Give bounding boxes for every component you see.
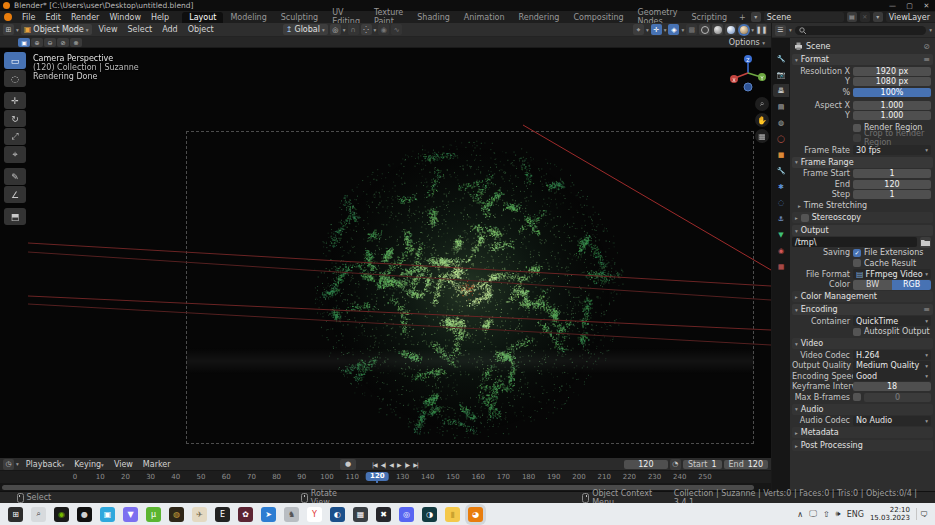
format-presets-icon[interactable]: ≡ bbox=[923, 55, 930, 64]
aspect-x-field[interactable]: 1.000 bbox=[853, 101, 931, 110]
taskbar-app-media-player[interactable]: ● bbox=[77, 507, 92, 522]
tool-transform[interactable]: ⌖ bbox=[4, 146, 26, 163]
folder-icon[interactable] bbox=[920, 237, 931, 248]
menu-render[interactable]: Render bbox=[66, 13, 104, 22]
3d-viewport[interactable]: ▭◌✛↻⤢⌖✎∠⬒ Camera Perspective (120) Colle… bbox=[0, 48, 771, 458]
properties-tab-output[interactable]: 🖶 bbox=[773, 84, 789, 97]
jump-to-start-button[interactable]: |◀ bbox=[370, 461, 379, 468]
resolution-x-field[interactable]: 1920 px bbox=[853, 67, 931, 76]
orientation-dropdown[interactable]: ↥ Global ▾ bbox=[283, 24, 328, 35]
encoding-speed-dropdown[interactable]: Good▾ bbox=[853, 371, 931, 381]
taskbar-app-paper-plane[interactable]: ✈ bbox=[192, 507, 207, 522]
tool-measure[interactable]: ∠ bbox=[4, 186, 26, 203]
snap-magnet-icon[interactable]: ∩ bbox=[348, 24, 359, 35]
taskbar-app-x-app[interactable]: ✖ bbox=[376, 507, 391, 522]
max-bframes-field[interactable]: 0 bbox=[864, 393, 931, 402]
section-color-management[interactable]: ▸Color Management bbox=[792, 291, 933, 302]
next-keyframe-button[interactable]: |▶ bbox=[403, 461, 412, 468]
taskbar-app-search[interactable]: ⌕ bbox=[31, 507, 46, 522]
minimize-button[interactable]: — bbox=[884, 2, 901, 10]
taskbar-app-nvidia[interactable]: ◉ bbox=[54, 507, 69, 522]
scene-browse-icon[interactable]: ▾ bbox=[751, 12, 761, 22]
tray-display-icon[interactable]: 🖵 bbox=[809, 509, 817, 519]
viewport-menu-view[interactable]: View bbox=[94, 25, 123, 34]
mode-dropdown[interactable]: ▣ Object Mode ▾ bbox=[21, 24, 92, 35]
workspace-tab-layout[interactable]: Layout bbox=[182, 12, 223, 23]
cache-result-checkbox[interactable] bbox=[853, 259, 861, 267]
properties-tab-modifiers[interactable]: 🔧 bbox=[773, 164, 789, 177]
viewport-menu-select[interactable]: Select bbox=[122, 25, 157, 34]
falloff-icon[interactable]: ∿ bbox=[391, 24, 402, 35]
section-metadata[interactable]: ▸Metadata bbox=[792, 427, 933, 438]
navigation-gizmo[interactable]: Z X Y bbox=[728, 54, 768, 94]
prev-keyframe-button[interactable]: ◀| bbox=[379, 461, 388, 468]
properties-filter-caret[interactable]: ▾ bbox=[929, 27, 932, 33]
color-bw-button[interactable]: BW bbox=[853, 280, 892, 290]
select-mode-new-icon[interactable]: ▣ bbox=[18, 38, 30, 47]
taskbar-app-steam-gray[interactable]: ♞ bbox=[284, 507, 299, 522]
properties-tab-material[interactable]: ◉ bbox=[773, 244, 789, 257]
workspace-tab-scripting[interactable]: Scripting bbox=[684, 12, 734, 23]
tray-clock[interactable]: 22:10 15.03.2023 bbox=[870, 506, 910, 522]
properties-editor-icon[interactable]: ☰ bbox=[775, 25, 786, 36]
new-scene-button[interactable]: ▤ bbox=[847, 12, 857, 22]
play-reverse-button[interactable]: ◀ bbox=[387, 461, 395, 468]
taskbar-app-telegram[interactable]: ➤ bbox=[261, 507, 276, 522]
taskbar-app-utorrent[interactable]: µ bbox=[146, 507, 161, 522]
camera-view-icon[interactable]: ▦ bbox=[755, 129, 769, 143]
menu-help[interactable]: Help bbox=[146, 13, 174, 22]
snap-target-icon[interactable]: ⁛ bbox=[361, 24, 372, 35]
timeline-ruler[interactable]: 0102030405060708090100110130140150160170… bbox=[0, 471, 771, 483]
container-dropdown[interactable]: QuickTime▾ bbox=[853, 316, 931, 326]
tool-add-cube[interactable]: ⬒ bbox=[4, 208, 26, 225]
zoom-icon[interactable]: ⌕ bbox=[755, 97, 769, 111]
options-dropdown[interactable]: Options ▾ bbox=[729, 38, 771, 47]
taskbar-app-yandex[interactable]: Y bbox=[307, 507, 322, 522]
frame-end-field[interactable]: 120 bbox=[853, 180, 931, 189]
section-post-processing[interactable]: ▸Post Processing bbox=[792, 440, 933, 451]
keyframe-interval-field[interactable]: 18 bbox=[853, 382, 931, 391]
frame-step-field[interactable]: 1 bbox=[853, 190, 931, 199]
pivot-point-icon[interactable]: ◎ bbox=[330, 24, 341, 35]
tool-scale[interactable]: ⤢ bbox=[4, 128, 26, 145]
timeline-editor-icon[interactable]: ◷ bbox=[3, 459, 14, 470]
section-stereoscopy[interactable]: ▸Stereoscopy bbox=[792, 212, 933, 223]
properties-search-input[interactable] bbox=[795, 26, 926, 35]
tray-volume-icon[interactable]: 🕪 bbox=[836, 509, 841, 519]
tray-language[interactable]: ENG bbox=[847, 510, 864, 519]
properties-tab-physics[interactable]: ◌ bbox=[773, 196, 789, 209]
select-mode-intersect-icon[interactable]: ⊗ bbox=[70, 38, 82, 47]
viewport-menu-add[interactable]: Add bbox=[157, 25, 183, 34]
timeline-menu-marker[interactable]: Marker bbox=[138, 460, 176, 469]
menu-file[interactable]: File bbox=[17, 13, 40, 22]
frame-start-field-timeline[interactable]: Start1 bbox=[683, 460, 722, 469]
taskbar-app-discord[interactable]: ◎ bbox=[399, 507, 414, 522]
autosplit-checkbox[interactable] bbox=[853, 328, 861, 336]
output-quality-dropdown[interactable]: Medium Quality▾ bbox=[853, 361, 931, 371]
taskbar-app-drive[interactable]: ▼ bbox=[123, 507, 138, 522]
scene-selector[interactable]: Scene bbox=[764, 12, 844, 22]
taskbar-app-blender[interactable]: ◕ bbox=[468, 507, 483, 522]
workspace-tab-rendering[interactable]: Rendering bbox=[512, 12, 567, 23]
aspect-y-field[interactable]: 1.000 bbox=[853, 111, 931, 120]
crop-region-checkbox[interactable] bbox=[853, 134, 861, 142]
taskbar-app-windows-start[interactable]: ⊞ bbox=[8, 507, 23, 522]
pan-hand-icon[interactable]: ✋ bbox=[755, 113, 769, 127]
tool-cursor[interactable]: ◌ bbox=[4, 70, 26, 87]
section-video[interactable]: ▾Video bbox=[792, 338, 933, 349]
timeline-menu-view[interactable]: View bbox=[109, 460, 138, 469]
frame-start-field[interactable]: 1 bbox=[853, 169, 931, 178]
proportional-editing-icon[interactable]: ◉ bbox=[378, 24, 389, 35]
taskbar-app-swirl-dark[interactable]: ◑ bbox=[422, 507, 437, 522]
taskbar-app-honeygain[interactable]: ◍ bbox=[169, 507, 184, 522]
section-format[interactable]: ▾Format≡ bbox=[792, 54, 933, 65]
properties-tab-particles[interactable]: ✱ bbox=[773, 180, 789, 193]
section-output[interactable]: ▾Output bbox=[792, 225, 933, 236]
render-region-checkbox[interactable] bbox=[853, 124, 861, 132]
file-extensions-checkbox[interactable]: ✓ bbox=[853, 249, 861, 257]
pin-icon[interactable]: ⊘ bbox=[923, 42, 933, 51]
preview-range-clock-icon[interactable]: ◔ bbox=[670, 459, 681, 470]
delete-scene-button[interactable]: ✕ bbox=[860, 12, 870, 22]
audio-codec-dropdown[interactable]: No Audio▾ bbox=[853, 416, 931, 426]
workspace-tab-compositing[interactable]: Compositing bbox=[566, 12, 630, 23]
